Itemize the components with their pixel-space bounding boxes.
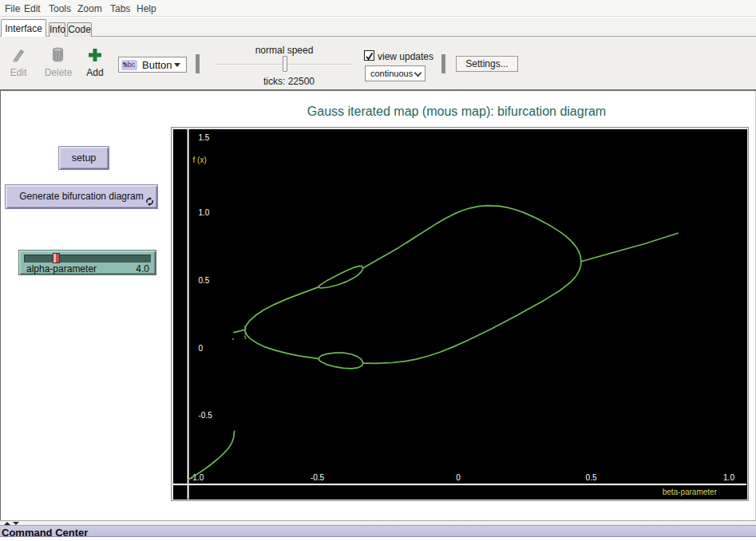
edit-button[interactable]: Edit xyxy=(2,67,34,78)
tab-bar: Interface Info Code xyxy=(0,18,756,37)
netlogo-window: File Edit Tools Zoom Tabs Help Interface… xyxy=(0,0,756,541)
slider-handle[interactable] xyxy=(53,253,60,263)
toolbar: Edit Delete Add abc↖ Button normal speed… xyxy=(0,37,756,91)
svg-text:1.0: 1.0 xyxy=(199,208,210,217)
command-center-title: Command Center xyxy=(2,527,88,539)
ticks-counter: ticks: 22500 xyxy=(249,76,329,87)
svg-text:-0.5: -0.5 xyxy=(311,473,325,482)
setup-button[interactable]: setup xyxy=(58,146,109,170)
interface-canvas: Gauss iterated map (mous map): bifurcati… xyxy=(0,91,756,520)
forever-loop-icon xyxy=(145,197,154,206)
trash-icon xyxy=(52,47,64,62)
svg-text:0: 0 xyxy=(199,344,204,353)
alpha-slider-value: 4.0 xyxy=(136,263,149,274)
svg-text:-0.5: -0.5 xyxy=(199,411,213,420)
dropdown-arrow-icon xyxy=(174,63,180,67)
pencil-icon xyxy=(12,47,26,62)
menu-help[interactable]: Help xyxy=(137,3,156,14)
widget-type-dropdown[interactable]: abc↖ Button xyxy=(118,57,187,73)
svg-text:0.5: 0.5 xyxy=(586,473,597,482)
toolbar-separator-1 xyxy=(196,54,200,73)
checkmark-icon xyxy=(365,52,375,62)
view-updates-label: view updates xyxy=(378,51,433,62)
svg-text:1.0: 1.0 xyxy=(723,473,734,482)
add-button[interactable]: Add xyxy=(79,67,111,78)
speed-slider-label: normal speed xyxy=(244,45,324,56)
view-updates-checkbox[interactable] xyxy=(364,50,374,61)
plus-icon xyxy=(89,49,101,61)
widget-type-value: Button xyxy=(142,59,172,71)
svg-text:0.5: 0.5 xyxy=(199,276,210,285)
generate-bifurcation-button[interactable]: Generate bifurcation diagram xyxy=(5,184,158,209)
delete-button[interactable]: Delete xyxy=(41,67,76,78)
menu-tools[interactable]: Tools xyxy=(49,3,71,14)
menu-tabs[interactable]: Tabs xyxy=(110,3,130,14)
button-widget-icon: abc↖ xyxy=(121,60,137,70)
tab-interface[interactable]: Interface xyxy=(1,19,46,37)
menu-file[interactable]: File xyxy=(5,3,20,14)
plot-title: Gauss iterated map (mous map): bifurcati… xyxy=(170,105,743,119)
generate-button-label: Generate bifurcation diagram xyxy=(19,191,143,202)
menu-zoom[interactable]: Zoom xyxy=(77,3,102,14)
command-center-bar[interactable]: Command Center xyxy=(0,525,756,537)
alpha-slider-label: alpha-parameter xyxy=(26,263,97,274)
alpha-parameter-slider[interactable]: alpha-parameter 4.0 xyxy=(18,250,156,275)
update-mode-dropdown[interactable]: continuous xyxy=(365,65,425,81)
bifurcation-plot-canvas: 1.51.00.50-0.5-1.0-0.500.51.0f (x)beta-p… xyxy=(173,129,746,500)
svg-text:1.5: 1.5 xyxy=(199,133,210,142)
update-mode-value: continuous xyxy=(370,69,413,78)
svg-text:0: 0 xyxy=(456,473,461,482)
settings-button[interactable]: Settings... xyxy=(456,56,518,72)
toolbar-separator-2 xyxy=(441,54,445,73)
speed-slider-handle[interactable] xyxy=(283,56,287,72)
tab-code[interactable]: Code xyxy=(67,22,92,37)
menu-edit[interactable]: Edit xyxy=(24,3,41,14)
menu-bar: File Edit Tools Zoom Tabs Help xyxy=(0,0,756,17)
svg-text:beta-parameter: beta-parameter xyxy=(663,488,718,496)
svg-text:f (x): f (x) xyxy=(193,156,207,164)
slider-groove xyxy=(24,255,151,263)
chevron-down-icon xyxy=(414,69,422,77)
tab-info[interactable]: Info xyxy=(49,22,65,37)
